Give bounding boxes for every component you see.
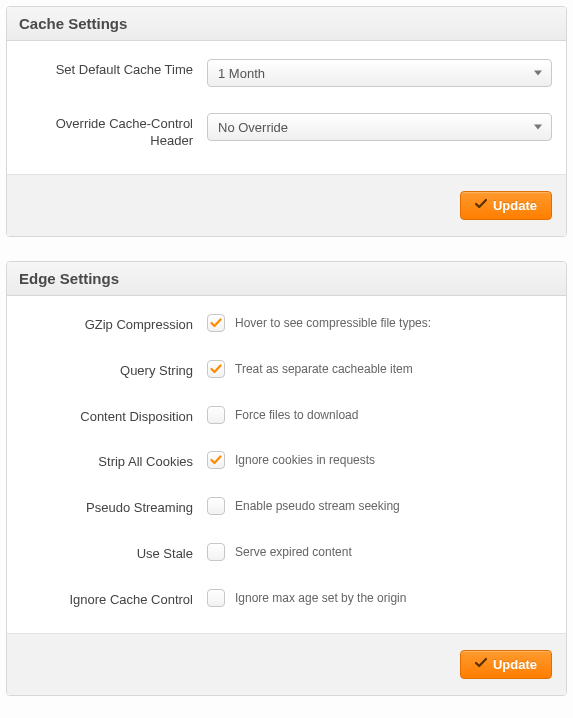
edge-row-desc: Ignore cookies in requests xyxy=(235,453,375,467)
edge-row: Query StringTreat as separate cacheable … xyxy=(21,360,552,380)
edge-row-label: Use Stale xyxy=(21,543,207,563)
edge-row-desc: Treat as separate cacheable item xyxy=(235,362,413,376)
edge-row: Strip All CookiesIgnore cookies in reque… xyxy=(21,451,552,471)
edge-settings-footer: Update xyxy=(7,633,566,695)
edge-row-label: Strip All Cookies xyxy=(21,451,207,471)
edge-row: GZip CompressionHover to see compressibl… xyxy=(21,314,552,334)
cache-settings-body: Set Default Cache Time 1 Month Override … xyxy=(7,41,566,174)
edge-checkbox[interactable] xyxy=(207,360,225,378)
override-cache-value: No Override xyxy=(218,120,288,135)
caret-down-icon xyxy=(534,125,542,130)
edge-checkbox[interactable] xyxy=(207,543,225,561)
edge-row: Pseudo StreamingEnable pseudo stream see… xyxy=(21,497,552,517)
override-cache-row: Override Cache-Control Header No Overrid… xyxy=(21,113,552,150)
default-cache-time-label: Set Default Cache Time xyxy=(21,59,207,79)
edge-checkbox[interactable] xyxy=(207,497,225,515)
edge-update-label: Update xyxy=(493,657,537,672)
default-cache-time-value: 1 Month xyxy=(218,66,265,81)
cache-settings-title: Cache Settings xyxy=(7,7,566,41)
edge-row-label: GZip Compression xyxy=(21,314,207,334)
cache-settings-footer: Update xyxy=(7,174,566,236)
edge-row-label: Query String xyxy=(21,360,207,380)
edge-checkbox[interactable] xyxy=(207,589,225,607)
edge-row-label: Content Disposition xyxy=(21,406,207,426)
default-cache-time-select[interactable]: 1 Month xyxy=(207,59,552,87)
edge-row: Ignore Cache ControlIgnore max age set b… xyxy=(21,589,552,609)
edge-row: Content DispositionForce files to downlo… xyxy=(21,406,552,426)
edge-row-label: Pseudo Streaming xyxy=(21,497,207,517)
check-icon xyxy=(475,198,487,213)
edge-settings-body: GZip CompressionHover to see compressibl… xyxy=(7,296,566,633)
cache-update-button[interactable]: Update xyxy=(460,191,552,220)
edge-checkbox[interactable] xyxy=(207,314,225,332)
edge-row-label: Ignore Cache Control xyxy=(21,589,207,609)
override-cache-select[interactable]: No Override xyxy=(207,113,552,141)
check-icon xyxy=(475,657,487,672)
caret-down-icon xyxy=(534,71,542,76)
edge-row-desc: Serve expired content xyxy=(235,545,352,559)
edge-settings-title: Edge Settings xyxy=(7,262,566,296)
edge-row-desc: Force files to download xyxy=(235,408,358,422)
default-cache-time-row: Set Default Cache Time 1 Month xyxy=(21,59,552,87)
cache-update-label: Update xyxy=(493,198,537,213)
edge-row-desc: Ignore max age set by the origin xyxy=(235,591,406,605)
edge-row-desc: Enable pseudo stream seeking xyxy=(235,499,400,513)
edge-settings-panel: Edge Settings GZip CompressionHover to s… xyxy=(6,261,567,696)
edge-checkbox[interactable] xyxy=(207,451,225,469)
edge-update-button[interactable]: Update xyxy=(460,650,552,679)
override-cache-label: Override Cache-Control Header xyxy=(21,113,207,150)
cache-settings-panel: Cache Settings Set Default Cache Time 1 … xyxy=(6,6,567,237)
edge-row-desc: Hover to see compressible file types: xyxy=(235,316,431,330)
edge-row: Use StaleServe expired content xyxy=(21,543,552,563)
edge-checkbox[interactable] xyxy=(207,406,225,424)
